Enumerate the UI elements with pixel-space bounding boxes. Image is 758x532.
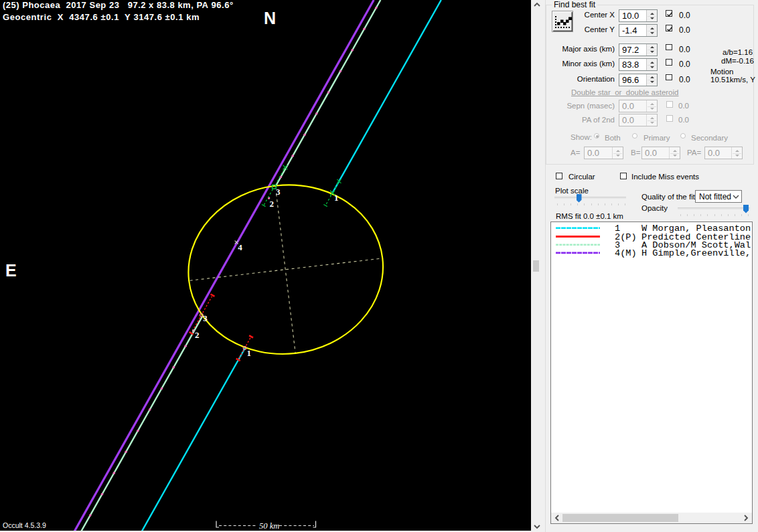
svg-text:2: 2: [269, 199, 274, 209]
svg-text:3: 3: [276, 187, 281, 197]
svg-text:4: 4: [238, 242, 242, 252]
svg-text:4(M): 4(M): [615, 248, 637, 258]
svg-text:1: 1: [246, 348, 251, 358]
svg-text:H Gimple,Greenville,: H Gimple,Greenville,: [641, 248, 751, 258]
svg-text:1: 1: [334, 193, 339, 203]
svg-text:50 km: 50 km: [259, 521, 279, 531]
svg-text:2: 2: [195, 330, 200, 340]
svg-text:3: 3: [203, 313, 208, 323]
